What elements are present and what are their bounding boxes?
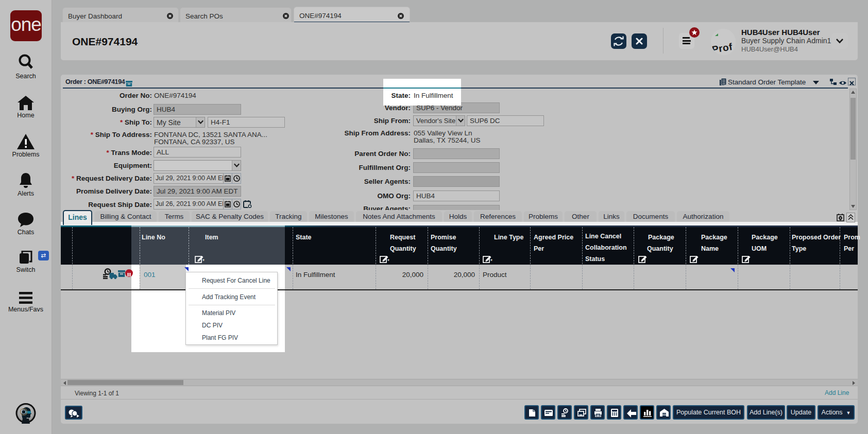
- svg-text:*: *: [490, 258, 492, 264]
- svg-text:*: *: [202, 258, 205, 264]
- svg-text:*: *: [387, 258, 389, 264]
